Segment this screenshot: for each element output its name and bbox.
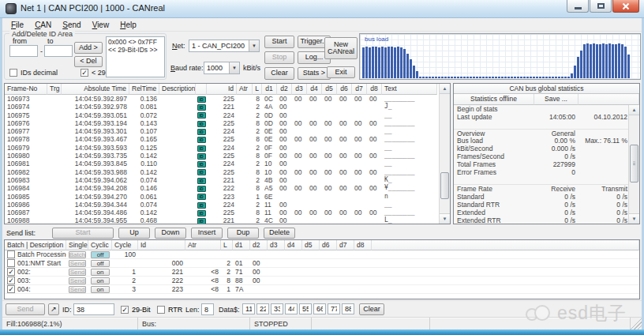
column-header[interactable]: Batch | Description	[5, 240, 66, 250]
ids-decimal-checkbox[interactable]: IDs decimal	[9, 69, 58, 77]
row-enable-checkbox[interactable]	[7, 250, 15, 258]
len-input[interactable]	[201, 303, 214, 315]
table-row[interactable]: 10698414:04:59.394.2080.1462228A50000000…	[5, 184, 439, 192]
column-header[interactable]: d4	[307, 84, 322, 95]
data-byte-input[interactable]	[299, 303, 312, 314]
row-enable-checkbox[interactable]	[7, 259, 15, 267]
menu-view[interactable]: View	[87, 20, 115, 30]
resize-grip[interactable]	[631, 318, 642, 329]
column-header[interactable]: Cycle	[112, 240, 138, 250]
menu-can[interactable]: CAN	[29, 20, 57, 30]
column-header[interactable]: d6	[320, 240, 337, 250]
column-header[interactable]: Text	[382, 84, 437, 95]
cyclic-toggle-button[interactable]: off	[91, 260, 110, 267]
from-input[interactable]	[9, 45, 38, 57]
chevron-down-icon[interactable]: ▼	[249, 40, 259, 51]
column-header[interactable]: d8	[354, 240, 372, 250]
cyclic-toggle-button[interactable]: on	[91, 286, 110, 293]
id-range-item[interactable]: << 29-Bit-IDs >>	[108, 46, 163, 54]
table-row[interactable]: 10697614:04:59.393.1940.14322580D0000000…	[5, 119, 439, 127]
net-select[interactable]: 1 - CAN_PCI200 ▼	[189, 40, 260, 52]
table-row[interactable]: 10697714:04:59.393.3010.10722420E00__	[5, 127, 439, 135]
column-header[interactable]: d5	[322, 84, 337, 95]
column-header[interactable]: d1	[233, 240, 250, 250]
single-send-button[interactable]: Send	[69, 286, 86, 293]
column-header[interactable]: d1	[262, 84, 277, 95]
stats-scrollbar[interactable]: ▲ ▼	[628, 105, 639, 224]
scroll-up-icon[interactable]: ▲	[440, 84, 450, 94]
column-header[interactable]: RelTime	[129, 84, 159, 95]
table-row[interactable]: 10697814:04:59.393.4670.16522580E0000000…	[5, 135, 439, 143]
cyclic-toggle-button[interactable]: on	[91, 269, 110, 276]
single-send-button[interactable]: Send	[69, 260, 86, 267]
stats-header-cell[interactable]	[578, 94, 639, 105]
table-row[interactable]: 10698614:04:59.394.3440.07422421100__	[5, 201, 439, 209]
baud-select[interactable]: 1000 ▼	[204, 62, 240, 74]
quick-send-icon[interactable]: ↗	[48, 303, 59, 315]
exit-button[interactable]: Exit	[327, 66, 355, 78]
data-byte-input[interactable]	[313, 303, 326, 314]
minimize-button[interactable]	[567, 0, 589, 13]
data-byte-input[interactable]	[271, 303, 283, 314]
menu-file[interactable]: File	[6, 20, 29, 30]
table-row[interactable]: 10698214:04:59.393.9880.1422258100000000…	[5, 168, 439, 176]
table-row[interactable]: 10697414:04:59.392.9780.08122124A00J_	[5, 103, 439, 111]
column-header[interactable]: Atr	[237, 84, 253, 95]
column-header[interactable]: d8	[367, 84, 382, 95]
menu-help[interactable]: Help	[114, 20, 142, 30]
stop-button[interactable]: Stop	[264, 51, 294, 64]
column-header[interactable]: Absolute Time	[62, 84, 129, 95]
close-button[interactable]	[612, 0, 639, 13]
send-list-row[interactable]: 002:Sendon1221<827100	[5, 268, 639, 277]
column-header[interactable]: Trg	[47, 84, 62, 95]
table-row[interactable]: 10697314:04:59.392.8970.13622580C0000000…	[5, 95, 439, 103]
column-header[interactable]: Atr	[185, 240, 221, 250]
column-header[interactable]: d7	[337, 240, 354, 250]
frames-scrollbar[interactable]: ▲ ▼	[439, 84, 450, 224]
id-input[interactable]	[73, 303, 114, 315]
id-range-item[interactable]: 0x000 <> 0x7FF	[108, 38, 163, 46]
data-byte-input[interactable]	[242, 303, 255, 314]
send-list-row[interactable]: Batch ProcessingBatchoff100	[5, 250, 639, 259]
column-header[interactable]: d7	[352, 84, 367, 95]
column-header[interactable]	[196, 84, 207, 95]
new-canreal-button[interactable]: New CANreal	[324, 37, 358, 59]
single-send-button[interactable]: Send	[69, 269, 86, 276]
column-header[interactable]: L	[221, 240, 233, 250]
column-header[interactable]: d2	[250, 240, 268, 250]
column-header[interactable]: d6	[337, 84, 352, 95]
stats-header-cell[interactable]: Save ...	[534, 94, 578, 105]
column-header[interactable]: Id	[138, 240, 185, 250]
column-header[interactable]: d4	[285, 240, 302, 250]
table-row[interactable]: 10697914:04:59.393.5930.12522420F00__	[5, 144, 439, 152]
single-send-button[interactable]: Send	[69, 277, 86, 284]
start-sendlist-button[interactable]: Start	[52, 228, 114, 239]
up-sendlist-button[interactable]: Up	[118, 228, 150, 239]
stats-header-cell[interactable]: Statistics offline	[454, 94, 534, 105]
column-header[interactable]: Id	[207, 84, 237, 95]
column-header[interactable]: d2	[277, 84, 292, 95]
bit29-checkbox[interactable]: 29-Bit	[121, 306, 151, 314]
cyclic-toggle-button[interactable]: off	[91, 251, 110, 258]
table-row[interactable]: 10698714:04:59.394.4860.1422258110000000…	[5, 209, 439, 216]
delete-id-button[interactable]: < Del	[74, 56, 103, 67]
column-header[interactable]: d3	[268, 240, 285, 250]
id-range-listbox[interactable]: 0x000 <> 0x7FF << 29-Bit-IDs >>	[106, 36, 165, 77]
scroll-up-icon[interactable]: ▲	[629, 105, 639, 115]
menu-send[interactable]: Send	[57, 20, 86, 30]
column-header[interactable]: Single	[66, 240, 88, 250]
data-byte-input[interactable]	[342, 303, 354, 314]
send-button[interactable]: Send	[6, 303, 45, 315]
frames-scrollbar-thumb[interactable]	[440, 172, 449, 199]
table-row[interactable]: 10698814:04:59.394.9550.46822124C00L_	[5, 216, 439, 224]
row-enable-checkbox[interactable]	[7, 268, 15, 276]
to-input[interactable]	[44, 45, 73, 57]
row-enable-checkbox[interactable]	[7, 285, 15, 293]
column-header[interactable]: Description	[159, 84, 196, 95]
maximize-button[interactable]	[590, 0, 612, 13]
delete-sendlist-button[interactable]: Delete	[264, 228, 295, 239]
add-id-button[interactable]: Add >	[74, 42, 103, 54]
table-row[interactable]: 10698014:04:59.393.7350.14222580F0000000…	[5, 152, 439, 160]
rtr-checkbox[interactable]: RTR	[157, 306, 182, 314]
single-send-button[interactable]: Batch	[69, 251, 86, 258]
